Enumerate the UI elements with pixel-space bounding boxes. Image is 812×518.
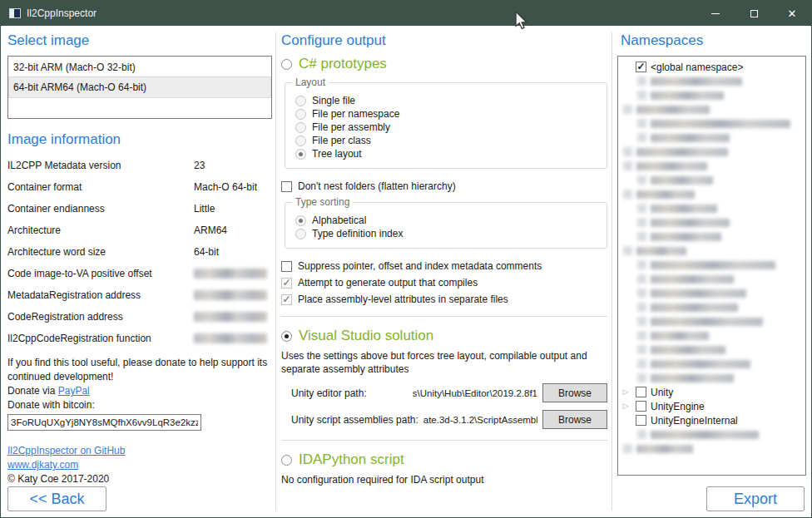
namespace-item[interactable] [620, 427, 804, 442]
info-label: CodeRegistration address [7, 311, 194, 323]
github-link[interactable]: Il2CppInspector on GitHub [7, 445, 125, 456]
radio-idapython-script[interactable]: IDAPython script [281, 451, 607, 468]
namespace-item[interactable] [620, 300, 804, 314]
redacted-checkbox [637, 359, 646, 368]
redacted-namespace [623, 105, 710, 114]
namespace-item[interactable] [620, 286, 804, 300]
idapython-description: No configuration required for IDA script… [281, 473, 607, 486]
namespace-tree[interactable]: ✓<global namespace>▷Unity▷UnityEngineUni… [617, 56, 806, 476]
namespace-item[interactable] [620, 88, 804, 102]
radio-option[interactable]: Type definition index [295, 228, 598, 239]
checkbox-assembly-attributes-separate-files[interactable]: ✓Place assembly-level attributes in sepa… [281, 294, 607, 305]
namespace-item[interactable] [620, 343, 804, 357]
namespace-item[interactable] [620, 102, 804, 116]
radio-option[interactable]: Single file [295, 95, 598, 106]
redacted-label [651, 332, 709, 340]
titlebar[interactable]: Il2CppInspector ✕ [1, 1, 811, 26]
image-list-item[interactable]: 64-bit ARM64 (Mach-O 64-bit) [9, 77, 270, 97]
donate-text: If you find this tool useful, please don… [7, 356, 272, 384]
minimize-button[interactable] [696, 1, 735, 26]
redacted-checkbox [637, 331, 646, 340]
browse-script-assemblies-button[interactable]: Browse [542, 410, 607, 429]
maximize-button[interactable] [735, 1, 773, 26]
namespace-item[interactable] [620, 442, 804, 456]
expander-icon[interactable]: ▷ [620, 399, 631, 413]
info-value: ARM64 [194, 224, 227, 236]
image-list[interactable]: 32-bit ARM (Mach-O 32-bit)64-bit ARM64 (… [7, 56, 272, 119]
redacted-namespace [637, 218, 730, 227]
namespace-item[interactable] [620, 131, 804, 145]
radio-visual-studio-solution[interactable]: Visual Studio solution [281, 328, 607, 344]
close-button[interactable]: ✕ [773, 1, 811, 26]
flatten-hierarchy-label: Don't nest folders (flatten hierarchy) [298, 180, 456, 192]
namespace-item[interactable] [620, 258, 804, 272]
bitcoin-address-input[interactable] [7, 414, 201, 431]
redacted-namespace [637, 232, 721, 241]
radio-option[interactable]: File per namespace [295, 108, 598, 120]
checkbox-label: Place assembly-level attributes in separ… [298, 294, 508, 305]
redacted-checkbox [637, 260, 646, 269]
namespace-item[interactable]: ▷Unity [620, 385, 804, 399]
redacted-label [651, 91, 724, 100]
image-list-item[interactable]: 32-bit ARM (Mach-O 32-bit) [9, 57, 270, 77]
donate-via-line: Donate via PayPal [7, 384, 272, 398]
namespace-item[interactable]: ▷UnityEngine [620, 399, 804, 413]
namespace-item[interactable] [620, 74, 804, 88]
paypal-link[interactable]: PayPal [58, 385, 90, 397]
radio-option[interactable]: File per assembly [295, 121, 598, 133]
radio-option[interactable]: Tree layout [295, 148, 598, 160]
info-row: CodeRegistration address [7, 306, 272, 328]
info-value: Mach-O 64-bit [194, 181, 257, 193]
namespace-item[interactable] [620, 201, 804, 215]
info-value: 23 [194, 160, 205, 171]
redacted-namespace [623, 246, 686, 255]
namespace-item[interactable] [620, 215, 804, 229]
radio-option[interactable]: Alphabetical [295, 215, 598, 226]
redacted-namespace [637, 204, 717, 213]
redacted-label [651, 261, 775, 269]
radio-csharp-prototypes[interactable]: C# prototypes [281, 56, 607, 72]
radio-option[interactable]: File per class [295, 135, 598, 146]
info-row: Code image-to-VA positive offset [7, 263, 272, 284]
redacted-namespace [637, 345, 725, 354]
checkbox-flatten-hierarchy[interactable]: Don't nest folders (flatten hierarchy) [281, 180, 607, 192]
namespace-item[interactable] [620, 314, 804, 328]
namespace-item[interactable] [620, 357, 804, 371]
redacted-value [194, 269, 267, 279]
back-button[interactable]: << Back [7, 486, 106, 511]
namespace-checkbox[interactable] [636, 401, 646, 412]
namespace-item[interactable] [620, 272, 804, 286]
redacted-namespace [637, 274, 734, 284]
browse-unity-editor-button[interactable]: Browse [542, 383, 607, 402]
website-link[interactable]: www.djkaty.com [7, 459, 78, 471]
namespace-item[interactable] [620, 116, 804, 131]
checkbox-attempt-compilable-output[interactable]: ✓Attempt to generate output that compile… [281, 277, 607, 289]
select-image-panel: Select image 32-bit ARM (Mach-O 32-bit)6… [7, 32, 272, 486]
checkbox-suppress-metadata-comments[interactable]: Suppress pointer, offset and index metad… [281, 260, 607, 272]
info-label: Architecture [7, 224, 194, 236]
namespace-item[interactable] [620, 187, 804, 201]
expander-icon[interactable]: ▷ [620, 385, 631, 399]
namespace-checkbox[interactable] [636, 387, 646, 397]
namespace-item[interactable] [620, 371, 804, 385]
namespace-checkbox[interactable]: ✓ [636, 62, 646, 72]
namespace-item[interactable]: UnityEngineInternal [620, 413, 804, 427]
redacted-namespace [623, 444, 693, 453]
redacted-label [651, 374, 734, 382]
namespace-item[interactable] [620, 328, 804, 343]
redacted-label [636, 247, 686, 255]
redacted-namespace [637, 119, 790, 128]
export-button[interactable]: Export [706, 486, 805, 511]
namespace-item[interactable] [620, 244, 804, 258]
namespace-item[interactable] [620, 173, 804, 187]
namespace-checkbox[interactable] [636, 415, 646, 426]
checkbox-icon [281, 181, 292, 192]
namespace-item[interactable] [620, 159, 804, 173]
redacted-value [194, 333, 267, 343]
donate-via-label: Donate via [7, 385, 58, 397]
unity-editor-path-value: s\Unity\Hub\Editor\2019.2.8f1 [372, 388, 537, 398]
namespace-item[interactable]: ✓<global namespace> [620, 60, 804, 74]
namespace-label: Unity [651, 387, 673, 398]
namespace-item[interactable] [620, 145, 804, 159]
namespace-item[interactable] [620, 229, 804, 244]
